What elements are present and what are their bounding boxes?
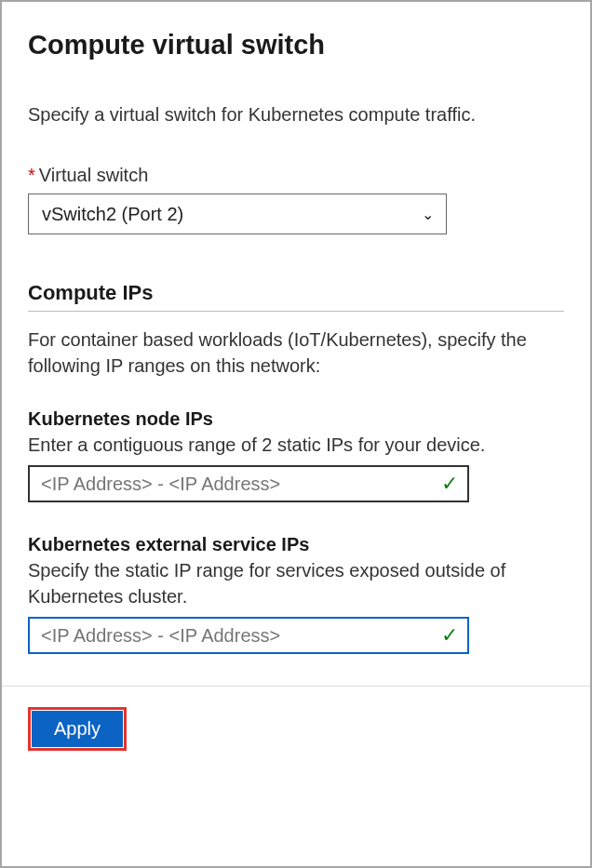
node-ips-title: Kubernetes node IPs xyxy=(28,408,564,430)
apply-button[interactable]: Apply xyxy=(32,711,123,747)
node-ips-desc: Enter a contiguous range of 2 static IPs… xyxy=(28,432,564,458)
page-title: Compute virtual switch xyxy=(28,30,564,60)
service-ips-input[interactable] xyxy=(28,617,469,654)
virtual-switch-label-text: Virtual switch xyxy=(39,165,148,185)
required-asterisk: * xyxy=(28,165,35,185)
service-ips-title: Kubernetes external service IPs xyxy=(28,534,564,555)
service-ips-desc: Specify the static IP range for services… xyxy=(28,557,564,609)
node-ips-input[interactable] xyxy=(28,465,469,502)
compute-ips-desc: For container based workloads (IoT/Kuber… xyxy=(28,327,564,379)
page-subtitle: Specify a virtual switch for Kubernetes … xyxy=(28,101,564,127)
footer-divider xyxy=(2,686,590,687)
virtual-switch-label: *Virtual switch xyxy=(28,165,564,186)
compute-ips-heading: Compute IPs xyxy=(28,281,564,312)
virtual-switch-selected-value: vSwitch2 (Port 2) xyxy=(42,204,183,225)
apply-button-highlight: Apply xyxy=(28,707,127,751)
virtual-switch-select[interactable]: vSwitch2 (Port 2) ⌄ xyxy=(28,194,447,234)
